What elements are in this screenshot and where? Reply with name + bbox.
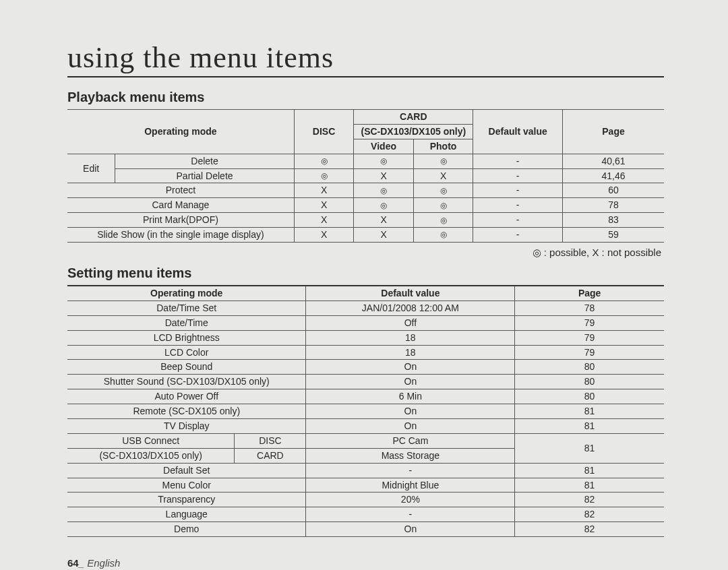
cell-def: - — [306, 507, 515, 522]
page-title: using the menu items — [67, 40, 664, 77]
usb-card-label: CARD — [235, 448, 306, 463]
header-disc: DISC — [294, 110, 354, 154]
cell-page: 81 — [515, 404, 664, 419]
cell-mode: Slide Show (in the single image display) — [67, 228, 294, 243]
cell-mode: TV Display — [67, 419, 306, 434]
header-operating-mode: Operating mode — [67, 286, 306, 300]
header-video: Video — [354, 139, 414, 154]
table-row: TV DisplayOn81 — [67, 419, 664, 434]
cell-page: 79 — [515, 330, 664, 345]
table-row: Date/TimeOff79 — [67, 315, 664, 330]
cell-page: 82 — [515, 507, 664, 522]
cell-def: On — [306, 404, 515, 419]
cell-video: X — [354, 168, 414, 183]
cell-def: 6 Min — [306, 389, 515, 404]
header-page: Page — [515, 286, 664, 300]
cell-page: 59 — [563, 228, 664, 243]
legend: ◎ : possible, X : not possible — [67, 247, 661, 259]
table-row: LCD Brightness1879 — [67, 330, 664, 345]
cell-page: 79 — [515, 315, 664, 330]
cell-video: X — [354, 213, 414, 228]
cell-mode: Print Mark(DPOF) — [67, 213, 294, 228]
header-card-sub: (SC-DX103/DX105 only) — [354, 124, 473, 139]
cell-mode: Shutter Sound (SC-DX103/DX105 only) — [67, 375, 306, 389]
usb-disc-label: DISC — [235, 433, 306, 448]
cell-mode: Delete — [115, 154, 295, 168]
page-number: 64 — [67, 557, 79, 569]
table-row: Card Manage X ◎ ◎ - 78 — [67, 198, 664, 213]
cell-mode: Demo — [67, 522, 306, 537]
cell-def: - — [473, 154, 563, 168]
cell-page: 60 — [563, 183, 664, 198]
cell-page: 82 — [515, 493, 664, 507]
cell-def: - — [306, 463, 515, 478]
header-card: CARD — [354, 110, 473, 125]
setting-table: Operating mode Default value Page Date/T… — [67, 285, 664, 537]
cell-disc: ◎ — [294, 154, 354, 168]
cell-mode: Date/Time — [67, 315, 306, 330]
usb-card-val: Mass Storage — [306, 448, 515, 463]
cell-page: 81 — [515, 419, 664, 434]
usb-label2: (SC-DX103/DX105 only) — [67, 448, 235, 463]
cell-def: 18 — [306, 330, 515, 345]
playback-heading: Playback menu items — [67, 90, 664, 105]
cell-mode: Remote (SC-DX105 only) — [67, 404, 306, 419]
cell-mode: Auto Power Off — [67, 389, 306, 404]
cell-mode: Beep Sound — [67, 360, 306, 375]
cell-page: 79 — [515, 345, 664, 360]
cell-mode: Default Set — [67, 463, 306, 478]
cell-disc: ◎ — [294, 168, 354, 183]
table-row: Transparency20%82 — [67, 493, 664, 507]
header-operating-mode: Operating mode — [67, 110, 294, 154]
footer: 64_ English — [67, 557, 664, 569]
cell-def: - — [473, 213, 563, 228]
table-row: Beep SoundOn80 — [67, 360, 664, 375]
cell-def: On — [306, 419, 515, 434]
table-row: LCD Color1879 — [67, 345, 664, 360]
cell-disc: X — [294, 213, 354, 228]
cell-photo: ◎ — [413, 213, 473, 228]
cell-def: - — [473, 168, 563, 183]
cell-def: Off — [306, 315, 515, 330]
cell-mode: Date/Time Set — [67, 300, 306, 315]
footer-lang: English — [87, 557, 120, 569]
cell-mode: Card Manage — [67, 198, 294, 213]
header-default: Default value — [473, 110, 563, 154]
cell-video: ◎ — [354, 198, 414, 213]
usb-page: 81 — [515, 433, 664, 463]
cell-page: 80 — [515, 375, 664, 389]
cell-def: On — [306, 522, 515, 537]
table-row: Protect X ◎ ◎ - 60 — [67, 183, 664, 198]
table-row: Partial Delete ◎ X X - 41,46 — [67, 168, 664, 183]
cell-mode: Transparency — [67, 493, 306, 507]
cell-page: 41,46 — [563, 168, 664, 183]
cell-def: - — [473, 183, 563, 198]
cell-photo: ◎ — [413, 183, 473, 198]
header-page: Page — [563, 110, 664, 154]
playback-table: Operating mode DISC CARD Default value P… — [67, 109, 664, 243]
table-row: Slide Show (in the single image display)… — [67, 228, 664, 243]
cell-page: 83 — [563, 213, 664, 228]
cell-page: 81 — [515, 463, 664, 478]
table-row: Remote (SC-DX105 only)On81 — [67, 404, 664, 419]
table-row: Date/Time SetJAN/01/2008 12:00 AM78 — [67, 300, 664, 315]
usb-disc-val: PC Cam — [306, 433, 515, 448]
cell-page: 40,61 — [563, 154, 664, 168]
edit-label: Edit — [67, 154, 115, 183]
table-row: Shutter Sound (SC-DX103/DX105 only)On80 — [67, 375, 664, 389]
table-row: Menu ColorMidnight Blue81 — [67, 478, 664, 493]
cell-page: 81 — [515, 478, 664, 493]
usb-label: USB Connect — [67, 433, 235, 448]
table-row: Language-82 — [67, 507, 664, 522]
cell-def: On — [306, 375, 515, 389]
cell-page: 78 — [563, 198, 664, 213]
cell-photo: X — [413, 168, 473, 183]
table-row: Default Set-81 — [67, 463, 664, 478]
cell-mode: LCD Color — [67, 345, 306, 360]
cell-def: - — [473, 198, 563, 213]
cell-disc: X — [294, 183, 354, 198]
cell-def: On — [306, 360, 515, 375]
cell-photo: ◎ — [413, 228, 473, 243]
cell-page: 78 — [515, 300, 664, 315]
cell-mode: Protect — [67, 183, 294, 198]
